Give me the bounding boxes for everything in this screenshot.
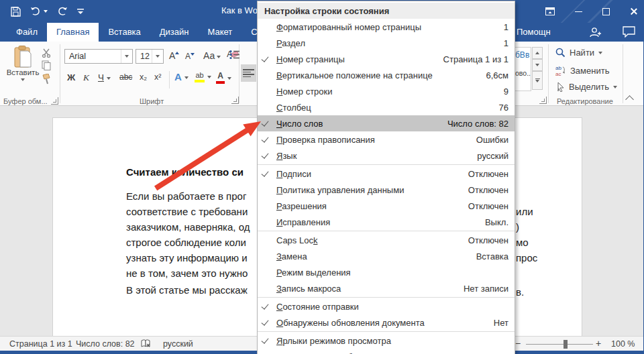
underline-button[interactable]: Ч <box>98 72 111 82</box>
menu-item-24[interactable]: Ползунок масштаба <box>258 349 515 354</box>
bullet-list-icon[interactable] <box>229 50 240 60</box>
menu-item-label: Исправления <box>276 217 330 227</box>
menu-item-value: Отключен <box>468 201 515 211</box>
share-icon[interactable] <box>589 26 601 38</box>
menu-item-2[interactable]: Номер страницыСтраница 1 из 1 <box>258 51 515 67</box>
menu-item-value: Отключен <box>468 185 515 195</box>
font-name-value: Arial <box>69 52 86 61</box>
font-name-combo[interactable]: Arial <box>64 49 133 64</box>
styles-gallery-item[interactable]: бВв ово... <box>515 47 531 91</box>
strikethrough-label: abc <box>119 72 132 82</box>
subscript-button[interactable]: x₂ <box>140 72 147 82</box>
menu-item-value: Выкл. <box>485 217 515 227</box>
highlight-icon: ab <box>195 71 205 82</box>
font-size-combo[interactable]: 12 <box>136 49 164 64</box>
align-left-button[interactable] <box>241 64 256 82</box>
cut-icon[interactable] <box>42 48 51 58</box>
undo-button[interactable] <box>30 7 48 17</box>
menu-item-value: Отключен <box>468 235 515 245</box>
menu-item-17[interactable]: Режим выделения <box>258 264 515 280</box>
language-indicator[interactable]: русский <box>163 339 193 349</box>
styles-scroll-up-button[interactable] <box>532 47 543 59</box>
tab-assistant[interactable]: Помощн <box>517 27 551 37</box>
menu-item-13[interactable]: ИсправленияВыкл. <box>258 214 515 230</box>
page-indicator[interactable]: Страница 1 из 1 <box>9 339 72 349</box>
tab-1[interactable]: Главная <box>47 23 99 42</box>
strikethrough-button[interactable]: abc <box>119 72 132 82</box>
paste-button[interactable]: Вставить <box>5 46 40 95</box>
menu-item-6[interactable]: Число словЧисло слов: 82 <box>258 115 515 131</box>
menu-item-label: Номер строки <box>276 86 333 97</box>
change-case-button[interactable]: Аа <box>203 50 221 61</box>
scroll-down-icon <box>535 64 539 66</box>
proofing-status-icon[interactable] <box>141 339 152 349</box>
menu-item-8[interactable]: Языкрусский <box>258 148 515 164</box>
text-highlight-button[interactable]: ab <box>195 71 211 82</box>
replace-button[interactable]: abac Заменить <box>555 65 609 76</box>
grow-font-button[interactable]: А <box>169 50 179 61</box>
menu-item-7[interactable]: Проверка правописанияОшибки <box>258 131 515 148</box>
italic-button[interactable]: К <box>83 72 89 83</box>
menu-item-11[interactable]: Политика управления даннымиОтключен <box>258 182 515 198</box>
menu-item-1[interactable]: Раздел1 <box>258 35 515 51</box>
menu-item-value: 9 <box>504 86 515 97</box>
status-bar-config-menu: Настройка строки состояния Форматированн… <box>257 1 515 354</box>
collapse-ribbon-icon[interactable] <box>625 95 634 104</box>
styles-dialog-launcher[interactable] <box>539 97 547 104</box>
font-color-button[interactable]: А <box>216 71 231 84</box>
customize-qat-button[interactable] <box>77 7 84 15</box>
zoom-slider-handle[interactable] <box>564 340 568 349</box>
save-icon[interactable] <box>11 7 21 17</box>
font-size-caret-icon[interactable] <box>152 50 163 63</box>
menu-item-5[interactable]: Столбец76 <box>258 99 515 115</box>
menu-item-12[interactable]: РазрешенияОтключен <box>258 198 515 214</box>
document-text-line: соответствие с требовани <box>126 204 250 219</box>
menu-item-20[interactable]: Состояние отправки <box>258 298 515 314</box>
tab-2[interactable]: Вставка <box>99 23 150 42</box>
menu-item-21[interactable]: Обнаружены обновления документаНет <box>258 314 515 331</box>
bold-button[interactable]: Ж <box>67 72 75 82</box>
select-button[interactable]: Выделить <box>557 82 617 92</box>
font-name-caret-icon[interactable] <box>121 50 132 63</box>
menu-item-4[interactable]: Номер строки9 <box>258 83 515 99</box>
tab-0[interactable]: Файл <box>7 23 47 42</box>
superscript-button[interactable]: x² <box>154 72 161 82</box>
scroll-up-icon <box>535 52 539 54</box>
menu-item-3[interactable]: Вертикальное положение на странице6,6см <box>258 67 515 83</box>
maximize-button[interactable] <box>602 8 610 15</box>
shrink-font-button[interactable]: А <box>185 52 195 61</box>
undo-caret-icon[interactable] <box>44 10 48 13</box>
paste-caret-icon[interactable] <box>21 78 25 81</box>
redo-button[interactable] <box>57 7 68 17</box>
tab-4[interactable]: Макет <box>198 23 241 42</box>
menu-item-15[interactable]: Caps LockОтключен <box>258 232 515 248</box>
format-painter-icon[interactable] <box>42 74 51 84</box>
styles-scroll-down-button[interactable] <box>532 59 543 71</box>
zoom-level[interactable]: 100 % <box>611 339 635 349</box>
zoom-slider-track[interactable] <box>526 344 593 345</box>
ribbon-display-options-button[interactable] <box>545 7 555 15</box>
zoom-out-button[interactable]: − <box>515 338 521 349</box>
bold-label: Ж <box>67 72 75 82</box>
menu-item-value: русский <box>477 151 515 161</box>
styles-more-button[interactable] <box>532 71 543 90</box>
menu-item-18[interactable]: Запись макросаНет записи <box>258 280 515 296</box>
comment-icon[interactable] <box>623 26 635 38</box>
zoom-in-button[interactable]: + <box>596 338 601 349</box>
tab-3[interactable]: Дизайн <box>150 23 199 42</box>
minimize-button[interactable] <box>575 11 582 12</box>
menu-item-label: Ползунок масштаба <box>276 352 357 354</box>
text-effects-button[interactable]: А <box>174 71 189 82</box>
menu-item-16[interactable]: ЗаменаВставка <box>258 248 515 264</box>
clipboard-dialog-launcher[interactable] <box>51 97 58 105</box>
menu-item-10[interactable]: ПодписиОтключен <box>258 166 515 182</box>
menu-item-23[interactable]: Ярлыки режимов просмотра <box>258 333 515 349</box>
close-button[interactable] <box>630 7 638 15</box>
menu-item-0[interactable]: Форматированный номер страницы1 <box>258 19 515 35</box>
word-count-indicator[interactable]: Число слов: 82 <box>76 339 135 349</box>
text-effects-label: А <box>174 71 182 82</box>
copy-icon[interactable] <box>42 60 51 70</box>
find-button[interactable]: Найти <box>555 48 602 58</box>
font-dialog-launcher[interactable] <box>231 97 239 104</box>
change-case-label: Аа <box>203 50 215 61</box>
